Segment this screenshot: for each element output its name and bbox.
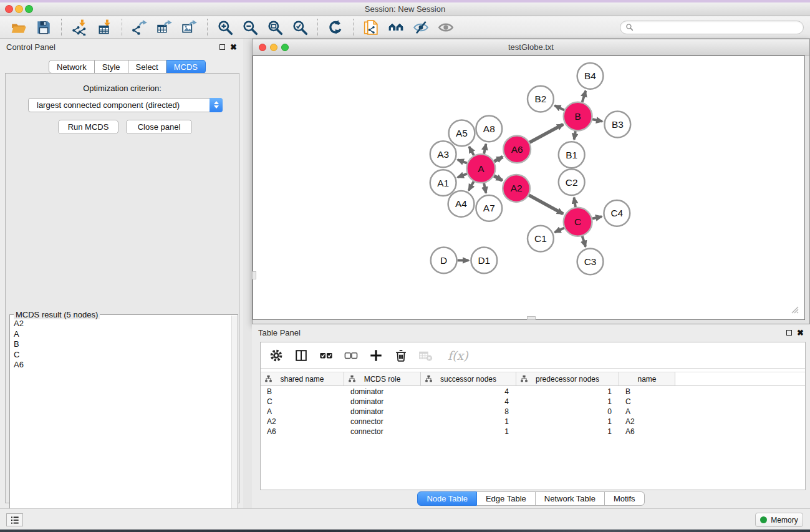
graph-node-B4[interactable]: B4: [577, 63, 604, 89]
table-cell[interactable]: 1: [516, 417, 619, 426]
search-input[interactable]: [637, 23, 798, 32]
task-history-button[interactable]: [6, 513, 23, 526]
graph-node-A8[interactable]: A8: [476, 116, 502, 142]
graph-node-A4[interactable]: A4: [448, 191, 475, 217]
edge-A-A7[interactable]: [484, 183, 486, 193]
edge-C-C2[interactable]: [574, 198, 576, 208]
table-row[interactable]: Adominator80A: [261, 407, 805, 417]
network-minimize-button[interactable]: [270, 44, 277, 51]
zoom-window-button[interactable]: [25, 5, 33, 13]
table-cell[interactable]: A: [619, 407, 675, 416]
close-panel-icon[interactable]: ✖: [230, 44, 237, 50]
vertical-scroll-mark[interactable]: [252, 271, 256, 279]
table-cell[interactable]: 1: [516, 427, 619, 436]
edge-A2-C[interactable]: [529, 195, 563, 214]
table-cell[interactable]: connector: [344, 427, 421, 436]
network-from-file-icon[interactable]: [360, 18, 382, 37]
column-browser-icon[interactable]: [292, 346, 311, 365]
result-item[interactable]: B: [10, 339, 231, 350]
tab-edge-table[interactable]: Edge Table: [477, 491, 536, 506]
select-all-icon[interactable]: [317, 346, 335, 365]
zoom-in-icon[interactable]: [215, 18, 236, 37]
table-cell[interactable]: A6: [261, 427, 344, 436]
column-header-successor-nodes[interactable]: successor nodes: [421, 372, 516, 385]
table-cell[interactable]: 1: [421, 427, 516, 436]
table-cell[interactable]: dominator: [344, 397, 421, 406]
graph-node-B3[interactable]: B3: [604, 112, 630, 138]
tab-mcds[interactable]: MCDS: [166, 60, 206, 74]
network-graph[interactable]: AA2A6BCA1A3A4A5A7A8B1B2B3B4C1C2C3C4DD1: [253, 56, 804, 319]
table-row[interactable]: A2connector11A2: [261, 417, 805, 427]
result-item[interactable]: A: [10, 329, 231, 340]
network-canvas[interactable]: AA2A6BCA1A3A4A5A7A8B1B2B3B4C1C2C3C4DD1: [253, 56, 805, 320]
edge-A-A2[interactable]: [494, 176, 502, 180]
table-cell[interactable]: 4: [421, 397, 516, 406]
graph-node-C[interactable]: C: [564, 208, 592, 236]
table-row[interactable]: A6connector11A6: [261, 427, 805, 437]
graph-node-A7[interactable]: A7: [476, 195, 502, 221]
table-cell[interactable]: A6: [619, 427, 675, 436]
import-table-icon[interactable]: [94, 18, 115, 37]
show-all-icon[interactable]: [435, 18, 456, 37]
tab-network[interactable]: Network: [49, 60, 95, 74]
table-cell[interactable]: 1: [516, 397, 619, 406]
table-cell[interactable]: 8: [421, 407, 516, 416]
import-network-icon[interactable]: [69, 18, 90, 37]
graph-node-B[interactable]: B: [564, 102, 592, 131]
tab-motifs[interactable]: Motifs: [605, 491, 645, 506]
hide-selected-icon[interactable]: [410, 18, 432, 37]
result-item[interactable]: C: [10, 350, 231, 360]
mcds-result-list[interactable]: A2ABCA6: [10, 319, 231, 531]
run-mcds-button[interactable]: Run MCDS: [58, 120, 118, 134]
graph-node-C4[interactable]: C4: [604, 200, 630, 226]
graph-node-D[interactable]: D: [431, 248, 457, 274]
column-header-name[interactable]: name: [619, 372, 675, 385]
graph-node-C2[interactable]: C2: [559, 169, 585, 195]
graph-node-A[interactable]: A: [466, 154, 495, 183]
apply-layout-icon[interactable]: [325, 18, 346, 37]
edge-B-B3[interactable]: [592, 119, 602, 121]
edge-A-A5[interactable]: [469, 147, 474, 155]
table-cell[interactable]: A2: [261, 417, 344, 426]
tab-style[interactable]: Style: [95, 60, 128, 74]
table-cell[interactable]: 1: [516, 387, 619, 396]
result-scrollbar[interactable]: [231, 316, 237, 531]
table-cell[interactable]: 4: [421, 387, 516, 396]
table-cell[interactable]: C: [261, 397, 344, 406]
column-header-MCDS-role[interactable]: MCDS role: [344, 372, 421, 385]
graph-node-B1[interactable]: B1: [559, 142, 585, 168]
float-panel-icon[interactable]: [219, 44, 225, 50]
network-window-titlebar[interactable]: testGlobe.txt: [253, 39, 809, 56]
graph-node-C3[interactable]: C3: [577, 249, 604, 275]
add-column-icon[interactable]: [367, 346, 385, 365]
edge-C-C1[interactable]: [555, 228, 564, 233]
graph-node-A2[interactable]: A2: [503, 175, 530, 202]
table-cell[interactable]: dominator: [344, 407, 421, 416]
save-session-icon[interactable]: [33, 18, 54, 37]
table-cell[interactable]: A2: [619, 417, 675, 426]
result-item[interactable]: A2: [10, 319, 231, 329]
graph-node-B2[interactable]: B2: [528, 86, 554, 112]
table-row[interactable]: Bdominator41B: [261, 387, 805, 397]
zoom-fit-icon[interactable]: [264, 18, 286, 37]
table-cell[interactable]: A: [261, 407, 344, 416]
export-image-icon[interactable]: [179, 18, 200, 37]
result-item[interactable]: A6: [10, 360, 231, 370]
graph-node-A5[interactable]: A5: [449, 120, 475, 147]
criterion-dropdown[interactable]: largest connected component (directed): [28, 98, 223, 112]
edge-A-A4[interactable]: [469, 181, 474, 190]
tab-node-table[interactable]: Node Table: [417, 491, 477, 506]
table-cell[interactable]: C: [619, 397, 675, 406]
home-neighbors-icon[interactable]: [385, 18, 407, 37]
export-table-icon[interactable]: [154, 18, 175, 37]
horizontal-scroll-mark[interactable]: [527, 316, 536, 320]
edge-A-A6[interactable]: [494, 157, 503, 161]
network-close-button[interactable]: [259, 44, 266, 51]
graph-node-A3[interactable]: A3: [430, 141, 456, 167]
table-cell[interactable]: dominator: [344, 387, 421, 396]
edge-C-C4[interactable]: [592, 216, 602, 218]
resize-grip-icon[interactable]: [791, 306, 799, 314]
edge-B-B4[interactable]: [582, 91, 586, 102]
edge-C-C3[interactable]: [582, 236, 586, 247]
table-cell[interactable]: connector: [344, 417, 421, 426]
